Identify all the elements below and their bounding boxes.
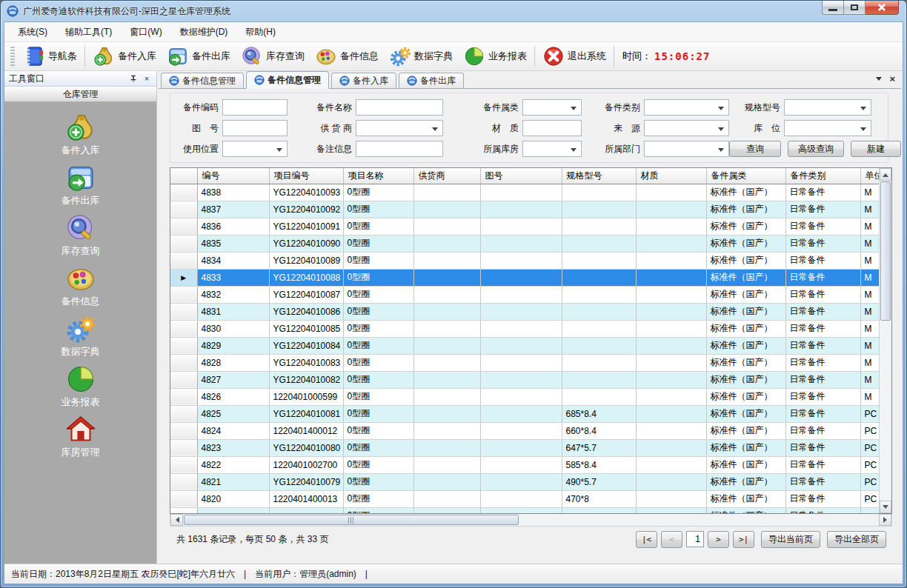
- table-cell[interactable]: [636, 507, 706, 513]
- table-cell[interactable]: 4824: [197, 422, 269, 439]
- row-selector[interactable]: [170, 354, 197, 371]
- table-cell[interactable]: [636, 456, 706, 473]
- table-cell[interactable]: [636, 201, 706, 218]
- table-cell[interactable]: 4822: [197, 456, 269, 473]
- table-cell[interactable]: 585*8.4: [562, 456, 636, 473]
- new-button[interactable]: 新建: [851, 141, 901, 157]
- table-cell[interactable]: 0型圈: [343, 218, 413, 235]
- table-cell[interactable]: [562, 354, 636, 371]
- table-cell[interactable]: 标准件（国产）: [706, 303, 785, 320]
- table-cell[interactable]: [413, 252, 480, 269]
- table-cell[interactable]: [562, 303, 636, 320]
- table-cell[interactable]: [562, 218, 636, 235]
- table-cell[interactable]: [480, 337, 562, 354]
- table-cell[interactable]: 0型圈: [343, 371, 413, 388]
- table-cell[interactable]: [413, 286, 480, 303]
- table-cell[interactable]: 4833: [197, 269, 269, 286]
- table-cell[interactable]: M: [860, 354, 879, 371]
- table-cell[interactable]: [562, 286, 636, 303]
- table-cell[interactable]: [413, 473, 480, 490]
- table-cell[interactable]: M: [860, 286, 879, 303]
- table-cell[interactable]: [413, 388, 480, 405]
- table-cell[interactable]: [636, 303, 706, 320]
- table-cell[interactable]: 4826: [197, 388, 269, 405]
- close-panel-icon[interactable]: ×: [142, 73, 152, 84]
- table-cell[interactable]: [480, 320, 562, 337]
- table-cell[interactable]: 4836: [197, 218, 269, 235]
- vertical-scroll-thumb[interactable]: [880, 181, 891, 321]
- table-cell[interactable]: [636, 320, 706, 337]
- use-position-select[interactable]: [222, 141, 288, 157]
- table-cell[interactable]: [413, 201, 480, 218]
- table-cell[interactable]: 标准件（国产）: [706, 388, 785, 405]
- table-cell[interactable]: 日常备件: [785, 456, 860, 473]
- table-cell[interactable]: 0型圈: [343, 388, 413, 405]
- table-row[interactable]: 482212204010027000型圈585*8.4标准件（国产）日常备件PC: [170, 456, 879, 473]
- row-selector[interactable]: [170, 235, 197, 252]
- row-selector[interactable]: [170, 405, 197, 422]
- table-cell[interactable]: [413, 507, 480, 513]
- table-cell[interactable]: 标准件（国产）: [706, 184, 785, 201]
- tab-parts-inbound[interactable]: 备件入库: [331, 73, 396, 88]
- table-cell[interactable]: [636, 184, 706, 201]
- table-cell[interactable]: [480, 473, 562, 490]
- table-cell[interactable]: 0型圈: [343, 439, 413, 456]
- table-cell[interactable]: 1220401400012: [269, 422, 343, 439]
- row-selector[interactable]: [170, 201, 197, 218]
- toolbar-parts-inbound[interactable]: 备件入库: [87, 44, 162, 69]
- table-cell[interactable]: 4820: [197, 490, 269, 507]
- table-cell[interactable]: 标准件（国产）: [706, 439, 785, 456]
- menu-aux-tools[interactable]: 辅助工具(T): [56, 22, 121, 41]
- table-cell[interactable]: [480, 286, 562, 303]
- table-cell[interactable]: YG12204010087: [269, 286, 343, 303]
- table-cell[interactable]: 4830: [197, 320, 269, 337]
- scroll-down-icon[interactable]: [880, 501, 891, 513]
- table-cell[interactable]: [562, 337, 636, 354]
- table-cell[interactable]: [413, 235, 480, 252]
- table-row[interactable]: 0型圈标准件（国产）日常备件: [170, 507, 879, 513]
- table-cell[interactable]: 4834: [197, 252, 269, 269]
- table-cell[interactable]: PC: [860, 439, 879, 456]
- table-row[interactable]: 4835YG122040100900型圈标准件（国产）日常备件M: [170, 235, 879, 252]
- table-cell[interactable]: 0型圈: [343, 354, 413, 371]
- table-cell[interactable]: 0型圈: [343, 184, 413, 201]
- table-cell[interactable]: YG12204010093: [269, 184, 343, 201]
- table-cell[interactable]: PC: [860, 490, 879, 507]
- table-cell[interactable]: 日常备件: [785, 218, 860, 235]
- toolbar-navbar[interactable]: 导航条: [18, 44, 82, 69]
- table-cell[interactable]: [636, 354, 706, 371]
- table-cell[interactable]: [413, 456, 480, 473]
- table-cell[interactable]: [413, 269, 480, 286]
- horizontal-scroll-thumb[interactable]: [184, 515, 519, 525]
- row-selector[interactable]: [170, 456, 197, 473]
- table-cell[interactable]: 685*8.4: [562, 405, 636, 422]
- table-cell[interactable]: [480, 201, 562, 218]
- table-cell[interactable]: M: [860, 337, 879, 354]
- table-cell[interactable]: M: [860, 218, 879, 235]
- table-cell[interactable]: 日常备件: [785, 473, 860, 490]
- table-cell[interactable]: [413, 490, 480, 507]
- table-cell[interactable]: [413, 337, 480, 354]
- drawing-no-input[interactable]: [222, 120, 288, 136]
- spare-class-select[interactable]: [644, 99, 729, 116]
- table-cell[interactable]: 日常备件: [785, 490, 860, 507]
- table-cell[interactable]: YG12204010082: [269, 371, 343, 388]
- table-cell[interactable]: [636, 473, 706, 490]
- table-row[interactable]: 4827YG122040100820型圈标准件（国产）日常备件M: [170, 371, 879, 388]
- location-select[interactable]: [784, 120, 871, 136]
- table-cell[interactable]: 0型圈: [343, 337, 413, 354]
- sidebar-item-parts-inbound[interactable]: 备件入库: [62, 112, 100, 162]
- row-selector[interactable]: [170, 320, 197, 337]
- row-selector[interactable]: [170, 286, 197, 303]
- sidebar-item-parts-outbound[interactable]: 备件出库: [62, 162, 100, 213]
- query-button[interactable]: 查询: [729, 141, 781, 157]
- advanced-query-button[interactable]: 高级查询: [788, 141, 844, 157]
- row-selector[interactable]: [170, 184, 197, 201]
- row-selector[interactable]: ▶: [170, 269, 197, 286]
- table-cell[interactable]: 标准件（国产）: [706, 201, 785, 218]
- table-cell[interactable]: PC: [860, 422, 879, 439]
- spare-genus-select[interactable]: [522, 99, 582, 116]
- table-cell[interactable]: 4832: [197, 286, 269, 303]
- table-cell[interactable]: M: [860, 303, 879, 320]
- table-cell[interactable]: [636, 252, 706, 269]
